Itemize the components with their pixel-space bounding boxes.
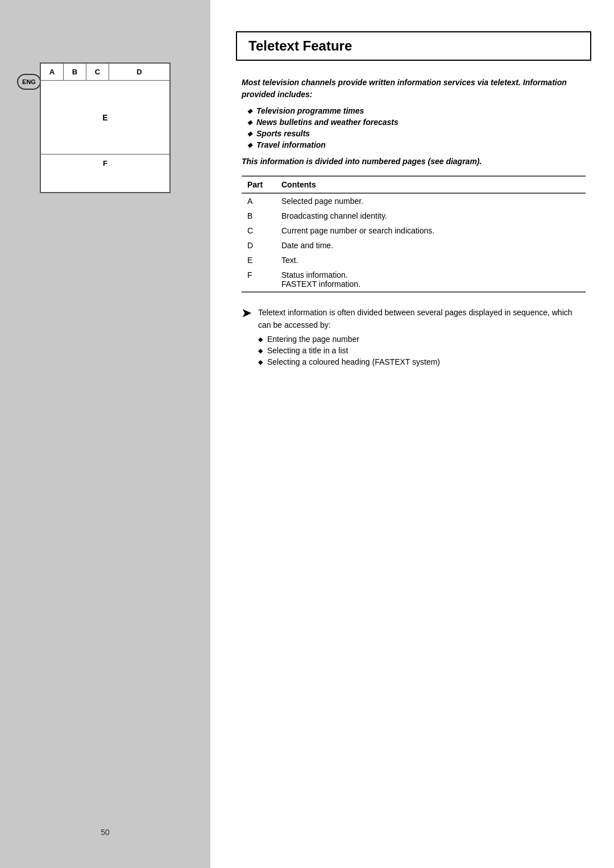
diagram-cell-c: C xyxy=(86,64,109,80)
table-cell-part: B xyxy=(242,208,276,223)
numbered-pages-statement: This information is divided into numbere… xyxy=(242,156,586,168)
page-number: 50 xyxy=(101,828,110,837)
table-cell-contents: Status information. FASTEXT information. xyxy=(276,268,586,292)
note-bullet-item: Entering the page number xyxy=(258,335,586,344)
table-header-contents: Contents xyxy=(276,176,586,193)
note-intro-text: Teletext information is often divided be… xyxy=(258,306,586,332)
diagram-cell-d: D xyxy=(109,64,169,80)
table-row: F Status information. FASTEXT informatio… xyxy=(242,268,586,292)
table-cell-part: F xyxy=(242,268,276,292)
list-item: Travel information xyxy=(247,140,586,149)
note-arrow-icon: ➤ xyxy=(242,306,251,320)
tv-diagram: A B C D E F xyxy=(40,62,171,193)
diagram-cell-a: A xyxy=(41,64,64,80)
table-cell-part: A xyxy=(242,193,276,208)
table-cell-part: E xyxy=(242,253,276,268)
note-content: Teletext information is often divided be… xyxy=(258,306,586,369)
title-bar: Teletext Feature xyxy=(236,31,591,61)
intro-paragraph: Most television channels provide written… xyxy=(242,77,586,101)
note-bullets-list: Entering the page number Selecting a tit… xyxy=(258,335,586,366)
table-row: C Current page number or search indicati… xyxy=(242,223,586,238)
main-content: Teletext Feature Most television channel… xyxy=(210,0,614,868)
note-bullet-item: Selecting a coloured heading (FASTEXT sy… xyxy=(258,357,586,366)
table-cell-contents: Broadcasting channel identity. xyxy=(276,208,586,223)
table-cell-contents: Text. xyxy=(276,253,586,268)
diagram-cell-b: B xyxy=(64,64,86,80)
table-row: A Selected page number. xyxy=(242,193,586,208)
language-badge: ENG xyxy=(17,74,41,90)
info-table: Part Contents A Selected page number. B … xyxy=(242,176,586,293)
table-row: D Date and time. xyxy=(242,238,586,253)
page-title: Teletext Feature xyxy=(248,38,579,54)
table-cell-contents: Date and time. xyxy=(276,238,586,253)
sidebar: ENG A B C D E F 50 xyxy=(0,0,210,868)
note-section: ➤ Teletext information is often divided … xyxy=(242,306,586,369)
list-item: News bulletins and weather forecasts xyxy=(247,118,586,127)
list-item: Sports results xyxy=(247,129,586,138)
diagram-main-area: E xyxy=(41,81,169,155)
note-bullet-item: Selecting a title in a list xyxy=(258,346,586,355)
table-cell-part: D xyxy=(242,238,276,253)
table-cell-contents: Current page number or search indication… xyxy=(276,223,586,238)
diagram-bottom-area: F xyxy=(41,155,169,172)
table-cell-contents: Selected page number. xyxy=(276,193,586,208)
table-row: E Text. xyxy=(242,253,586,268)
list-item: Television programme times xyxy=(247,106,586,115)
diagram-top-row: A B C D xyxy=(41,64,169,81)
table-header-part: Part xyxy=(242,176,276,193)
features-list: Television programme times News bulletin… xyxy=(247,106,586,149)
table-row: B Broadcasting channel identity. xyxy=(242,208,586,223)
table-cell-part: C xyxy=(242,223,276,238)
